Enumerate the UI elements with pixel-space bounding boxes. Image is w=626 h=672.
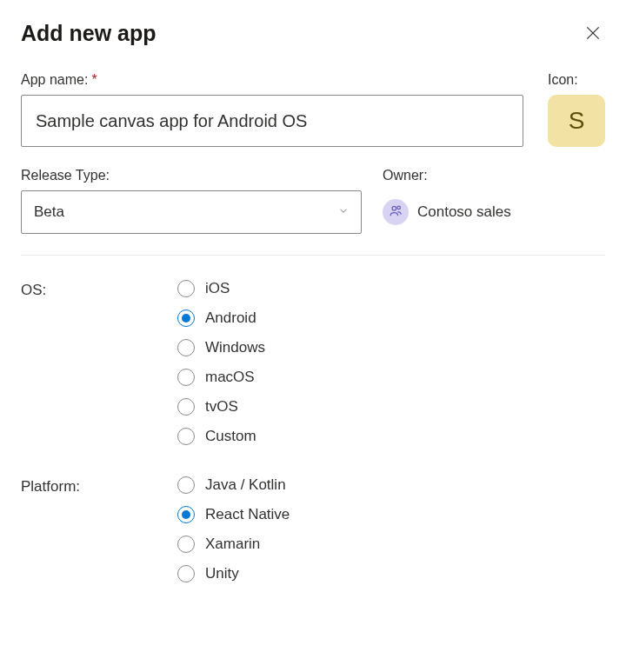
radio-circle xyxy=(177,369,195,386)
os-radio-macos[interactable]: macOS xyxy=(177,369,265,386)
radio-label: macOS xyxy=(205,369,255,386)
app-icon-letter: S xyxy=(569,107,585,135)
people-icon xyxy=(389,203,403,221)
radio-circle xyxy=(177,428,195,445)
radio-circle xyxy=(177,476,195,494)
radio-label: tvOS xyxy=(205,398,238,416)
owner-name: Contoso sales xyxy=(417,203,511,221)
app-name-label-text: App name: xyxy=(21,72,88,87)
radio-label: Xamarin xyxy=(205,536,260,553)
platform-radio-list: Java / KotlinReact NativeXamarinUnity xyxy=(177,476,290,582)
page-title: Add new app xyxy=(21,21,156,46)
close-icon xyxy=(584,24,602,44)
radio-circle xyxy=(177,398,195,416)
release-type-value: Beta xyxy=(34,203,64,221)
radio-circle xyxy=(177,506,195,523)
platform-section-label: Platform: xyxy=(21,476,177,582)
radio-label: Unity xyxy=(205,565,239,582)
os-radio-ios[interactable]: iOS xyxy=(177,280,265,297)
radio-label: iOS xyxy=(205,280,230,297)
os-radio-android[interactable]: Android xyxy=(177,309,265,327)
radio-circle xyxy=(177,339,195,356)
icon-label: Icon: xyxy=(548,72,605,88)
platform-radio-xamarin[interactable]: Xamarin xyxy=(177,536,290,553)
required-asterisk: * xyxy=(91,72,97,87)
divider xyxy=(21,255,605,256)
radio-dot xyxy=(182,510,190,519)
app-name-label: App name:* xyxy=(21,72,523,88)
radio-circle xyxy=(177,280,195,297)
release-type-select[interactable]: Beta xyxy=(21,190,362,234)
app-icon-tile[interactable]: S xyxy=(548,95,605,147)
radio-circle xyxy=(177,536,195,553)
radio-label: Windows xyxy=(205,339,265,356)
radio-label: Android xyxy=(205,309,256,327)
radio-circle xyxy=(177,565,195,582)
os-section-label: OS: xyxy=(21,280,177,445)
radio-label: React Native xyxy=(205,506,290,523)
owner-avatar xyxy=(383,199,409,225)
os-radio-tvos[interactable]: tvOS xyxy=(177,398,265,416)
app-name-input[interactable] xyxy=(21,95,523,147)
radio-label: Custom xyxy=(205,428,256,445)
os-radio-list: iOSAndroidWindowsmacOStvOSCustom xyxy=(177,280,265,445)
close-button[interactable] xyxy=(581,21,605,48)
owner-display[interactable]: Contoso sales xyxy=(383,190,605,234)
platform-radio-unity[interactable]: Unity xyxy=(177,565,290,582)
radio-dot xyxy=(182,314,190,323)
radio-circle xyxy=(177,309,195,327)
svg-point-1 xyxy=(396,206,400,210)
release-type-label: Release Type: xyxy=(21,168,362,183)
svg-point-0 xyxy=(392,206,396,210)
owner-label: Owner: xyxy=(383,168,605,183)
os-radio-custom[interactable]: Custom xyxy=(177,428,265,445)
os-radio-windows[interactable]: Windows xyxy=(177,339,265,356)
platform-radio-react-native[interactable]: React Native xyxy=(177,506,290,523)
platform-radio-java-kotlin[interactable]: Java / Kotlin xyxy=(177,476,290,494)
radio-label: Java / Kotlin xyxy=(205,476,286,494)
